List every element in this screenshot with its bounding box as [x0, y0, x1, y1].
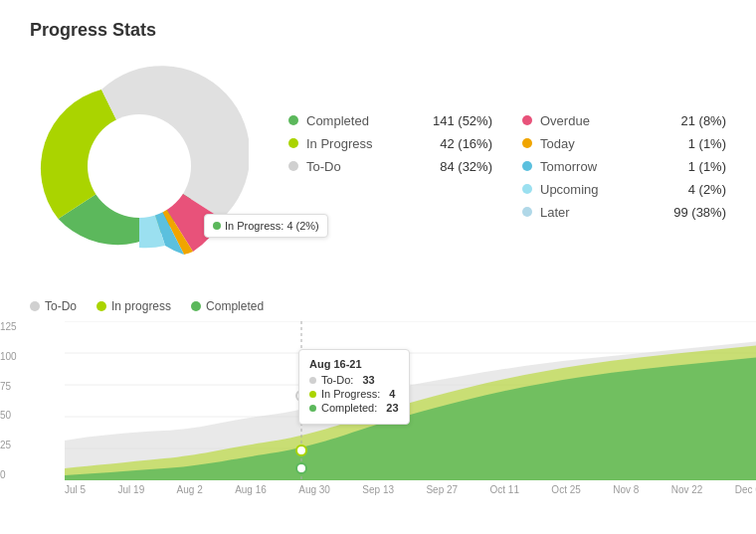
chart-tooltip-dot-inprogress [309, 391, 316, 398]
chart-legend-inprogress: In progress [96, 299, 171, 313]
y-label-125: 125 [0, 321, 17, 332]
chart-tooltip-label-completed: Completed: [321, 402, 377, 414]
y-label-75: 75 [0, 381, 17, 392]
chart-tooltip-dot-todo [309, 377, 316, 384]
x-label-1: Jul 19 [118, 484, 145, 495]
legend-count-todo: 84 (32%) [433, 159, 492, 174]
top-section: In Progress: 4 (2%) Completed 141 (52%) … [30, 57, 726, 275]
legend-label-upcoming: Upcoming [540, 182, 659, 197]
donut-tooltip: In Progress: 4 (2%) [204, 214, 328, 238]
legend-label-later: Later [540, 205, 659, 220]
legend-count-inprogress: 42 (16%) [433, 136, 492, 151]
y-axis-labels: 125 100 75 50 25 0 [0, 321, 17, 480]
x-label-6: Sep 27 [426, 484, 458, 495]
tooltip-dot [213, 222, 221, 230]
chart-tooltip-title: Aug 16-21 [309, 358, 399, 370]
legend-label-tomorrow: Tomorrow [540, 159, 659, 174]
chart-tooltip-value-todo: 33 [362, 374, 374, 386]
chart-tooltip-value-completed: 23 [386, 402, 398, 414]
donut-chart: In Progress: 4 (2%) [30, 57, 249, 275]
legend-item-empty1 [288, 180, 492, 199]
legend-label-today: Today [540, 136, 659, 151]
page: Progress Stats [0, 0, 756, 515]
x-axis-labels: Jul 5 Jul 19 Aug 2 Aug 16 Aug 30 Sep 13 … [65, 480, 756, 495]
chart-legend-dot-completed [191, 301, 201, 311]
legend-count-overdue: 21 (8%) [666, 113, 726, 128]
legend-count-upcoming: 4 (2%) [666, 182, 726, 197]
y-label-25: 25 [0, 440, 17, 450]
legend-dot-later [522, 207, 532, 217]
x-label-5: Sep 13 [362, 484, 394, 495]
chart-legend-todo: To-Do [30, 299, 77, 313]
legend-label-inprogress: In Progress [306, 136, 425, 151]
x-label-11: Dec 6 [735, 484, 756, 495]
x-label-10: Nov 22 [671, 484, 703, 495]
chart-tooltip-row-inprogress: In Progress: 4 [309, 388, 399, 400]
legend-item-todo: To-Do 84 (32%) [288, 157, 492, 176]
x-label-4: Aug 30 [298, 484, 330, 495]
chart-area: Aug 16-21 To-Do: 33 In Progress: 4 Compl… [65, 321, 756, 480]
point-inprogress [296, 445, 306, 455]
donut-svg [30, 57, 249, 275]
chart-legend-label-completed: Completed [206, 299, 264, 313]
chart-legend-completed: Completed [191, 299, 264, 313]
chart-tooltip-row-todo: To-Do: 33 [309, 374, 399, 386]
legend-item-upcoming: Upcoming 4 (2%) [522, 180, 726, 199]
legend-item-inprogress: In Progress 42 (16%) [288, 134, 492, 153]
legend-count-completed: 141 (52%) [433, 113, 492, 128]
legend-label-overdue: Overdue [540, 113, 659, 128]
donut-hole [88, 114, 191, 218]
chart-legend-label-todo: To-Do [45, 299, 77, 313]
y-label-0: 0 [0, 469, 17, 480]
chart-legend: To-Do In progress Completed [30, 299, 726, 313]
x-label-0: Jul 5 [65, 484, 86, 495]
legend-count-tomorrow: 1 (1%) [666, 159, 726, 174]
chart-tooltip-row-completed: Completed: 23 [309, 402, 399, 414]
tooltip-text: In Progress: 4 (2%) [225, 220, 319, 232]
legend-dot-completed [288, 115, 298, 125]
legend: Completed 141 (52%) Overdue 21 (8%) In P… [288, 111, 726, 222]
chart-section: To-Do In progress Completed 125 100 75 5… [30, 299, 726, 495]
chart-legend-dot-inprogress [96, 301, 106, 311]
legend-label-todo: To-Do [306, 159, 425, 174]
legend-dot-upcoming [522, 184, 532, 194]
legend-item-tomorrow: Tomorrow 1 (1%) [522, 157, 726, 176]
legend-dot-tomorrow [522, 161, 532, 171]
legend-item-completed: Completed 141 (52%) [288, 111, 492, 130]
chart-tooltip-label-inprogress: In Progress: [321, 388, 380, 400]
y-label-100: 100 [0, 351, 17, 362]
chart-svg [65, 321, 756, 480]
chart-tooltip-dot-completed [309, 405, 316, 412]
x-label-7: Oct 11 [490, 484, 519, 495]
x-label-3: Aug 16 [235, 484, 267, 495]
chart-wrapper: 125 100 75 50 25 0 [30, 321, 726, 495]
legend-dot-overdue [522, 115, 532, 125]
legend-count-later: 99 (38%) [666, 205, 726, 220]
legend-dot-todo [288, 161, 298, 171]
x-label-8: Oct 25 [551, 484, 580, 495]
chart-tooltip: Aug 16-21 To-Do: 33 In Progress: 4 Compl… [298, 349, 410, 425]
legend-item-today: Today 1 (1%) [522, 134, 726, 153]
page-title: Progress Stats [30, 20, 726, 41]
chart-tooltip-label-todo: To-Do: [321, 374, 353, 386]
chart-legend-dot-todo [30, 301, 40, 311]
legend-label-completed: Completed [306, 113, 425, 128]
chart-legend-label-inprogress: In progress [111, 299, 171, 313]
legend-dot-inprogress [288, 138, 298, 148]
y-label-50: 50 [0, 410, 17, 421]
legend-dot-today [522, 138, 532, 148]
chart-tooltip-value-inprogress: 4 [389, 388, 395, 400]
x-label-2: Aug 2 [177, 484, 203, 495]
x-label-9: Nov 8 [613, 484, 639, 495]
legend-item-later: Later 99 (38%) [522, 203, 726, 222]
legend-item-overdue: Overdue 21 (8%) [522, 111, 726, 130]
point-completed [296, 463, 306, 473]
legend-count-today: 1 (1%) [666, 136, 726, 151]
